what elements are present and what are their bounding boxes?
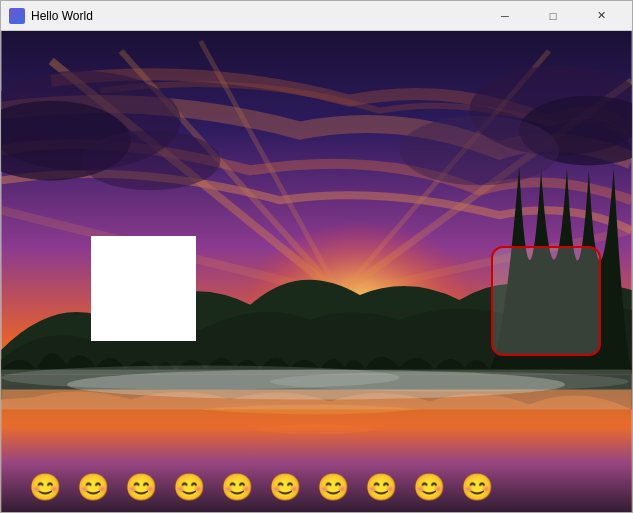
emoji-bar: 😊 😊 😊 😊 😊 😊 😊 😊 😊 😊 bbox=[1, 474, 632, 500]
window-title: Hello World bbox=[31, 9, 93, 23]
emoji-9[interactable]: 😊 bbox=[413, 474, 445, 500]
close-button[interactable]: ✕ bbox=[578, 1, 624, 31]
titlebar: Hello World ─ □ ✕ bbox=[1, 1, 632, 31]
titlebar-controls: ─ □ ✕ bbox=[482, 1, 624, 31]
emoji-10[interactable]: 😊 bbox=[461, 474, 493, 500]
emoji-3[interactable]: 😊 bbox=[125, 474, 157, 500]
emoji-5[interactable]: 😊 bbox=[221, 474, 253, 500]
svg-point-7 bbox=[81, 131, 220, 191]
titlebar-left: Hello World bbox=[9, 8, 93, 24]
emoji-4[interactable]: 😊 bbox=[173, 474, 205, 500]
svg-point-12 bbox=[270, 372, 629, 392]
app-icon bbox=[9, 8, 25, 24]
minimize-button[interactable]: ─ bbox=[482, 1, 528, 31]
maximize-button[interactable]: □ bbox=[530, 1, 576, 31]
emoji-2[interactable]: 😊 bbox=[77, 474, 109, 500]
emoji-1[interactable]: 😊 bbox=[29, 474, 61, 500]
emoji-7[interactable]: 😊 bbox=[317, 474, 349, 500]
svg-point-6 bbox=[400, 116, 559, 186]
white-rectangle bbox=[91, 236, 196, 341]
red-rounded-rectangle bbox=[491, 246, 601, 356]
emoji-8[interactable]: 😊 bbox=[365, 474, 397, 500]
app-window: Hello World ─ □ ✕ bbox=[0, 0, 633, 513]
emoji-6[interactable]: 😊 bbox=[269, 474, 301, 500]
window-content: 😊 😊 😊 😊 😊 😊 😊 😊 😊 😊 bbox=[1, 31, 632, 512]
